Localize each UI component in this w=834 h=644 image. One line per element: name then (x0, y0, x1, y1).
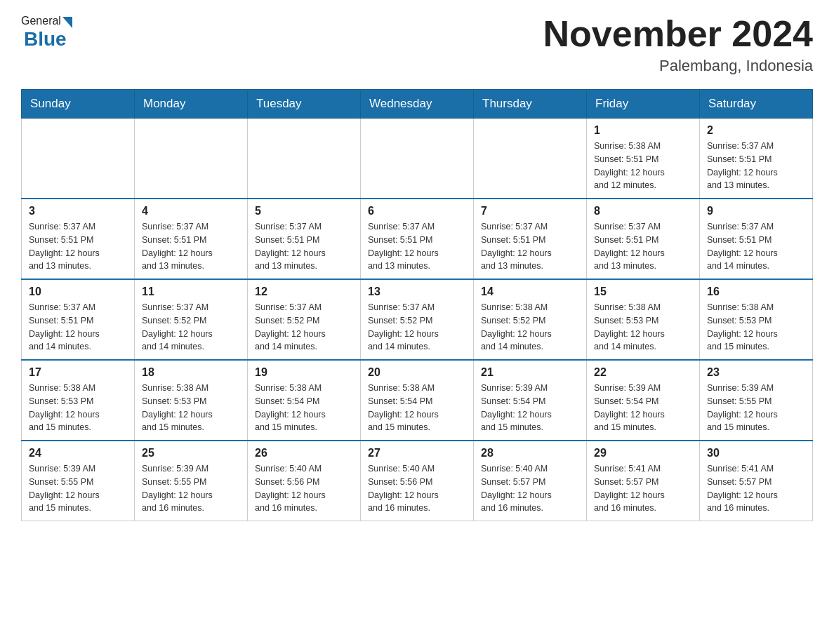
calendar-cell: 21Sunrise: 5:39 AM Sunset: 5:54 PM Dayli… (474, 360, 587, 441)
day-info: Sunrise: 5:40 AM Sunset: 5:56 PM Dayligh… (255, 462, 353, 515)
calendar-week-row: 24Sunrise: 5:39 AM Sunset: 5:55 PM Dayli… (22, 441, 813, 521)
day-number: 14 (481, 286, 579, 298)
day-number: 4 (142, 205, 240, 217)
calendar-week-row: 3Sunrise: 5:37 AM Sunset: 5:51 PM Daylig… (22, 199, 813, 279)
day-number: 7 (481, 205, 579, 217)
logo-blue-text: Blue (24, 28, 67, 51)
calendar-cell: 5Sunrise: 5:37 AM Sunset: 5:51 PM Daylig… (248, 199, 361, 279)
calendar-cell: 8Sunrise: 5:37 AM Sunset: 5:51 PM Daylig… (587, 199, 700, 279)
day-number: 16 (707, 286, 805, 298)
day-info: Sunrise: 5:40 AM Sunset: 5:57 PM Dayligh… (481, 462, 579, 515)
calendar-cell: 27Sunrise: 5:40 AM Sunset: 5:56 PM Dayli… (361, 441, 474, 521)
day-info: Sunrise: 5:37 AM Sunset: 5:52 PM Dayligh… (255, 301, 353, 354)
calendar-cell: 22Sunrise: 5:39 AM Sunset: 5:54 PM Dayli… (587, 360, 700, 441)
day-info: Sunrise: 5:38 AM Sunset: 5:53 PM Dayligh… (29, 382, 127, 434)
calendar-cell (22, 119, 135, 199)
day-number: 15 (594, 286, 692, 298)
day-info: Sunrise: 5:37 AM Sunset: 5:51 PM Dayligh… (29, 301, 127, 354)
calendar-week-row: 1Sunrise: 5:38 AM Sunset: 5:51 PM Daylig… (22, 119, 813, 199)
calendar-week-row: 17Sunrise: 5:38 AM Sunset: 5:53 PM Dayli… (22, 360, 813, 441)
day-info: Sunrise: 5:39 AM Sunset: 5:55 PM Dayligh… (142, 462, 240, 515)
day-number: 30 (707, 447, 805, 459)
day-info: Sunrise: 5:39 AM Sunset: 5:54 PM Dayligh… (594, 382, 692, 434)
day-number: 23 (707, 366, 805, 379)
calendar-cell: 11Sunrise: 5:37 AM Sunset: 5:52 PM Dayli… (135, 279, 248, 360)
day-number: 13 (368, 286, 466, 298)
calendar-cell: 9Sunrise: 5:37 AM Sunset: 5:51 PM Daylig… (700, 199, 813, 279)
day-number: 3 (29, 205, 127, 217)
day-info: Sunrise: 5:40 AM Sunset: 5:56 PM Dayligh… (368, 462, 466, 515)
calendar-cell: 2Sunrise: 5:37 AM Sunset: 5:51 PM Daylig… (700, 119, 813, 199)
calendar-cell: 16Sunrise: 5:38 AM Sunset: 5:53 PM Dayli… (700, 279, 813, 360)
calendar-cell: 1Sunrise: 5:38 AM Sunset: 5:51 PM Daylig… (587, 119, 700, 199)
month-title: November 2024 (543, 14, 813, 54)
day-info: Sunrise: 5:37 AM Sunset: 5:51 PM Dayligh… (594, 220, 692, 273)
day-info: Sunrise: 5:37 AM Sunset: 5:52 PM Dayligh… (368, 301, 466, 354)
day-info: Sunrise: 5:39 AM Sunset: 5:54 PM Dayligh… (481, 382, 579, 434)
day-info: Sunrise: 5:37 AM Sunset: 5:51 PM Dayligh… (29, 220, 127, 273)
calendar-cell: 4Sunrise: 5:37 AM Sunset: 5:51 PM Daylig… (135, 199, 248, 279)
day-info: Sunrise: 5:38 AM Sunset: 5:53 PM Dayligh… (594, 301, 692, 354)
calendar-cell (474, 119, 587, 199)
day-number: 2 (707, 124, 805, 137)
day-info: Sunrise: 5:41 AM Sunset: 5:57 PM Dayligh… (594, 462, 692, 515)
calendar-cell: 24Sunrise: 5:39 AM Sunset: 5:55 PM Dayli… (22, 441, 135, 521)
calendar-cell: 28Sunrise: 5:40 AM Sunset: 5:57 PM Dayli… (474, 441, 587, 521)
day-number: 10 (29, 286, 127, 298)
weekday-header-row: SundayMondayTuesdayWednesdayThursdayFrid… (22, 90, 813, 119)
calendar-cell (248, 119, 361, 199)
location-title: Palembang, Indonesia (543, 57, 813, 75)
day-number: 12 (255, 286, 353, 298)
day-number: 25 (142, 447, 240, 459)
day-number: 24 (29, 447, 127, 459)
weekday-header-thursday: Thursday (474, 90, 587, 119)
calendar-cell: 18Sunrise: 5:38 AM Sunset: 5:53 PM Dayli… (135, 360, 248, 441)
calendar-cell (135, 119, 248, 199)
calendar-cell: 6Sunrise: 5:37 AM Sunset: 5:51 PM Daylig… (361, 199, 474, 279)
calendar-cell: 25Sunrise: 5:39 AM Sunset: 5:55 PM Dayli… (135, 441, 248, 521)
logo: General Blue (21, 14, 72, 51)
day-number: 29 (594, 447, 692, 459)
day-number: 20 (368, 366, 466, 379)
weekday-header-monday: Monday (135, 90, 248, 119)
day-number: 18 (142, 366, 240, 379)
day-number: 28 (481, 447, 579, 459)
day-info: Sunrise: 5:37 AM Sunset: 5:51 PM Dayligh… (255, 220, 353, 273)
calendar-cell: 12Sunrise: 5:37 AM Sunset: 5:52 PM Dayli… (248, 279, 361, 360)
day-info: Sunrise: 5:37 AM Sunset: 5:52 PM Dayligh… (142, 301, 240, 354)
day-info: Sunrise: 5:37 AM Sunset: 5:51 PM Dayligh… (707, 220, 805, 273)
weekday-header-tuesday: Tuesday (248, 90, 361, 119)
calendar-cell: 17Sunrise: 5:38 AM Sunset: 5:53 PM Dayli… (22, 360, 135, 441)
day-number: 19 (255, 366, 353, 379)
day-number: 9 (707, 205, 805, 217)
weekday-header-friday: Friday (587, 90, 700, 119)
calendar-week-row: 10Sunrise: 5:37 AM Sunset: 5:51 PM Dayli… (22, 279, 813, 360)
day-info: Sunrise: 5:37 AM Sunset: 5:51 PM Dayligh… (368, 220, 466, 273)
day-number: 22 (594, 366, 692, 379)
calendar-cell: 30Sunrise: 5:41 AM Sunset: 5:57 PM Dayli… (700, 441, 813, 521)
day-info: Sunrise: 5:38 AM Sunset: 5:54 PM Dayligh… (255, 382, 353, 434)
day-info: Sunrise: 5:37 AM Sunset: 5:51 PM Dayligh… (142, 220, 240, 273)
day-info: Sunrise: 5:37 AM Sunset: 5:51 PM Dayligh… (481, 220, 579, 273)
day-info: Sunrise: 5:38 AM Sunset: 5:54 PM Dayligh… (368, 382, 466, 434)
weekday-header-sunday: Sunday (22, 90, 135, 119)
day-number: 17 (29, 366, 127, 379)
day-number: 21 (481, 366, 579, 379)
day-info: Sunrise: 5:39 AM Sunset: 5:55 PM Dayligh… (29, 462, 127, 515)
logo-triangle-icon (62, 17, 72, 28)
day-info: Sunrise: 5:41 AM Sunset: 5:57 PM Dayligh… (707, 462, 805, 515)
day-info: Sunrise: 5:38 AM Sunset: 5:53 PM Dayligh… (707, 301, 805, 354)
day-info: Sunrise: 5:39 AM Sunset: 5:55 PM Dayligh… (707, 382, 805, 434)
calendar-cell: 19Sunrise: 5:38 AM Sunset: 5:54 PM Dayli… (248, 360, 361, 441)
day-number: 1 (594, 124, 692, 137)
title-area: November 2024 Palembang, Indonesia (543, 14, 813, 75)
calendar-cell: 13Sunrise: 5:37 AM Sunset: 5:52 PM Dayli… (361, 279, 474, 360)
calendar-cell: 29Sunrise: 5:41 AM Sunset: 5:57 PM Dayli… (587, 441, 700, 521)
day-number: 26 (255, 447, 353, 459)
calendar-cell: 14Sunrise: 5:38 AM Sunset: 5:52 PM Dayli… (474, 279, 587, 360)
calendar-table: SundayMondayTuesdayWednesdayThursdayFrid… (21, 89, 813, 521)
calendar-cell: 15Sunrise: 5:38 AM Sunset: 5:53 PM Dayli… (587, 279, 700, 360)
day-number: 5 (255, 205, 353, 217)
day-number: 27 (368, 447, 466, 459)
logo-general-text: General (21, 15, 61, 27)
